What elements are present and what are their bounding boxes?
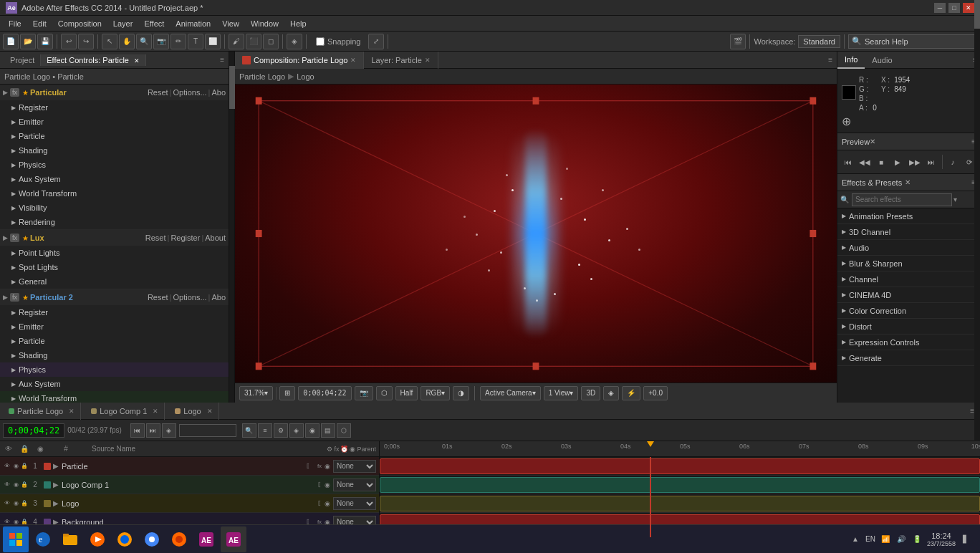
taskbar-show-desktop[interactable]: ▋ (960, 534, 971, 545)
search-help-input[interactable] (865, 37, 965, 46)
layer-1-shy[interactable]: ⟦ (303, 461, 313, 471)
particular-1-header[interactable]: ▶ fx ★ Particular Reset | Options... | A… (0, 85, 229, 100)
tl-tab-close-3[interactable]: ✕ (207, 408, 213, 415)
taskbar-firefox[interactable] (112, 526, 138, 552)
taskbar-folder[interactable] (57, 526, 83, 552)
new-project-btn[interactable]: 📄 (3, 34, 19, 49)
taskbar-orange-app[interactable] (166, 526, 192, 552)
timeline-layer-1[interactable]: 👁 ◉ 🔒 1 ▶ Particle ⟦ fx ◉ None (0, 457, 379, 476)
prop-shading-1[interactable]: ▶ Shading (0, 143, 229, 158)
stamp-tool[interactable]: ⬛ (246, 34, 261, 49)
effects-cat-3d-channel[interactable]: ▶ 3D Channel (837, 224, 980, 240)
layer-1-expand[interactable]: ▶ (53, 462, 59, 470)
menu-effect[interactable]: Effect (138, 16, 170, 32)
comp-time-offset[interactable]: +0.0 (643, 386, 668, 400)
effects-cat-distort[interactable]: ▶ Distort (837, 319, 980, 335)
timeline-tab-particle-logo[interactable]: Particle Logo ✕ (3, 403, 81, 420)
effects-cat-generate[interactable]: ▶ Generate (837, 350, 980, 366)
comp-snapshot-btn[interactable]: 📷 (355, 386, 373, 400)
info-tab-info[interactable]: Info (837, 52, 865, 69)
layer-1-lock[interactable]: 🔒 (20, 462, 29, 471)
comp-tab-close-1[interactable]: ✕ (350, 57, 356, 64)
prop-visibility-1[interactable]: ▶ Visibility (0, 201, 229, 215)
taskbar-ae-main[interactable]: AE (221, 526, 246, 552)
layer-2-eye[interactable]: 👁 (3, 481, 11, 489)
menu-help[interactable]: Help (284, 16, 312, 32)
breadcrumb-particle-logo[interactable]: Particle Logo (239, 72, 285, 81)
timeline-layer-2[interactable]: 👁 ◉ 🔒 2 ▶ Logo Comp 1 ⟦ ◉ None (0, 476, 379, 494)
menu-view[interactable]: View (216, 16, 245, 32)
preview-audio-btn[interactable]: ♪ (946, 155, 959, 168)
shape-tool[interactable]: ⬜ (205, 34, 221, 49)
taskbar-chevron[interactable]: ▲ (850, 534, 861, 545)
menu-animation[interactable]: Animation (170, 16, 216, 32)
prop-register-1[interactable]: ▶ Register (0, 100, 229, 115)
menu-file[interactable]: File (3, 16, 27, 32)
pen-tool[interactable]: ✏ (170, 34, 186, 49)
timeline-timecode[interactable]: 0;00;04;22 (3, 423, 64, 438)
timeline-ruler-bar[interactable]: 0;00s 01s 02s 03s 04s 05s 06s 07s 08s 09… (380, 441, 980, 457)
layer-2-shy[interactable]: ⟦ (314, 480, 325, 490)
maximize-button[interactable]: □ (948, 3, 960, 13)
prop-world-1[interactable]: ▶ World Transform (0, 186, 229, 201)
composition-tab-particle-logo[interactable]: Composition: Particle Logo ✕ (235, 52, 364, 69)
comp-fast-preview-btn[interactable]: ⚡ (622, 386, 640, 400)
layer-3-lock[interactable]: 🔒 (20, 499, 29, 508)
workspace-dropdown[interactable]: Standard (798, 35, 840, 48)
composition-tab-layer-particle[interactable]: Layer: Particle ✕ (364, 52, 438, 69)
comp-viewport[interactable] (235, 85, 837, 383)
lux-about[interactable]: About (205, 234, 226, 242)
effect-controls-tab[interactable]: Effect Controls: Particle ✕ (41, 54, 146, 66)
comp-safe-zones-btn[interactable]: ⬡ (376, 386, 393, 400)
preview-prev-frame-btn[interactable]: ◀◀ (858, 155, 870, 168)
comp-3d-btn[interactable]: 3D (581, 386, 600, 400)
track-clip-3[interactable] (380, 496, 980, 511)
prop-physics-2[interactable]: ▶ Physics (0, 362, 229, 377)
comp-grid-btn[interactable]: ⊞ (279, 386, 295, 400)
track-clip-2[interactable] (380, 477, 980, 493)
effects-scrollbar[interactable] (974, 174, 980, 403)
effects-cat-expression-controls[interactable]: ▶ Expression Controls (837, 335, 980, 350)
taskbar-chrome[interactable] (139, 526, 165, 552)
tl-ctrl-3[interactable]: ◈ (162, 423, 176, 438)
lux-header[interactable]: ▶ fx ★ Lux Reset | Register | About (0, 230, 229, 246)
layer-2-solo[interactable]: ◉ (11, 481, 20, 489)
comp-draft-btn[interactable]: ◈ (603, 386, 619, 400)
start-button[interactable] (3, 526, 29, 552)
text-tool[interactable]: T (188, 34, 203, 49)
prop-register-2[interactable]: ▶ Register (0, 305, 229, 319)
layer-1-parent-select[interactable]: None (333, 460, 376, 473)
snapping-checkbox[interactable] (316, 37, 325, 46)
particular-2-reset[interactable]: Reset (148, 293, 168, 302)
puppet-tool[interactable]: ◈ (287, 34, 302, 49)
lux-register[interactable]: Register (170, 234, 200, 242)
comp-channel-btn[interactable]: RGB▾ (421, 386, 450, 400)
layer-1-eye[interactable]: 👁 (3, 462, 11, 471)
effects-cat-color-correction[interactable]: ▶ Color Correction (837, 303, 980, 319)
comp-view-dropdown[interactable]: 1 View ▾ (544, 386, 579, 400)
layer-2-expand[interactable]: ▶ (53, 481, 59, 489)
tl-view-5[interactable]: ◉ (305, 423, 320, 438)
preview-tab-close[interactable]: ✕ (870, 138, 875, 145)
close-button[interactable]: ✕ (963, 3, 974, 13)
prop-emitter-2[interactable]: ▶ Emitter (0, 319, 229, 334)
layer-3-solo[interactable]: ◉ (11, 499, 20, 508)
timeline-search-input[interactable] (179, 424, 236, 437)
comp-quality-dropdown[interactable]: Half (395, 386, 418, 400)
comp-camera-dropdown[interactable]: Active Camera ▾ (480, 386, 541, 400)
comp-timecode-display[interactable]: 0;00;04;22 (298, 386, 351, 400)
comp-tab-close-2[interactable]: ✕ (425, 57, 431, 64)
save-btn[interactable]: 💾 (37, 34, 53, 49)
render-btn[interactable]: 🎬 (730, 34, 746, 49)
taskbar-explorer[interactable]: e (30, 526, 56, 552)
particular-1-reset[interactable]: Reset (148, 88, 168, 97)
tl-view-3[interactable]: ⚙ (274, 423, 288, 438)
preview-last-btn[interactable]: ⏭ (925, 155, 937, 168)
effects-search-dropdown[interactable]: ▾ (953, 196, 957, 203)
menu-window[interactable]: Window (245, 16, 284, 32)
effects-cat-audio[interactable]: ▶ Audio (837, 240, 980, 256)
tl-view-7[interactable]: ⬡ (337, 423, 351, 438)
tl-ctrl-2[interactable]: ⏭ (146, 423, 160, 438)
prop-particle-1[interactable]: ▶ Particle (0, 129, 229, 143)
layer-3-shy[interactable]: ⟦ (314, 499, 325, 509)
